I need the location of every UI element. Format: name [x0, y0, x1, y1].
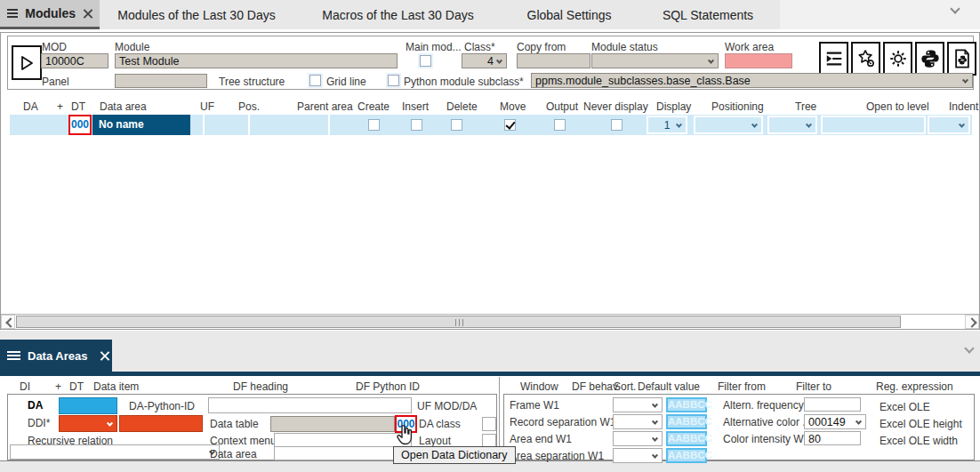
tab-global-settings[interactable]: Global Settings: [502, 0, 636, 29]
scroll-left-button[interactable]: [1, 315, 15, 329]
col-tree: Tree: [795, 100, 816, 113]
tab-modules[interactable]: Modules: [0, 0, 100, 29]
col-dt: DT: [71, 100, 85, 113]
scrollbar-thumb[interactable]: [16, 316, 901, 328]
main-mod-checkbox[interactable]: [420, 55, 431, 67]
record-separation-w1-label: Record separation W1: [510, 416, 615, 428]
work-area-field[interactable]: [725, 53, 792, 68]
copy-from-label: Copy from: [517, 41, 566, 53]
panel-input[interactable]: [115, 74, 207, 88]
record-separation-select[interactable]: [613, 414, 663, 429]
run-macro-list-button[interactable]: [819, 42, 848, 76]
tab-macros-last-30-days[interactable]: Macros of the Last 30 Days: [293, 0, 502, 29]
data-area-name-cell[interactable]: No name: [92, 115, 190, 135]
class-select[interactable]: 4: [462, 53, 507, 68]
main-mod-label: Main mod...: [406, 41, 462, 53]
alternative-color-select[interactable]: 000149: [804, 414, 866, 429]
grip: [459, 319, 460, 326]
excel-ole-width-label: Excel OLE width: [880, 435, 958, 447]
chevron-left-icon: [5, 317, 15, 327]
python-icon: [920, 49, 940, 68]
area-separation-select[interactable]: [613, 448, 663, 463]
close-tab-icon[interactable]: [100, 351, 109, 361]
data-area-input[interactable]: [274, 446, 412, 460]
area-end-select[interactable]: [613, 431, 663, 446]
scroll-right-button[interactable]: [965, 315, 979, 329]
insert-checkbox[interactable]: [411, 119, 422, 131]
color-intensity-input[interactable]: 80: [804, 431, 861, 445]
tab-modules-last-30-days[interactable]: Modules of the Last 30 Days: [100, 0, 293, 29]
context-menu-label: Context menu: [210, 435, 277, 447]
settings-button[interactable]: [883, 42, 912, 76]
menu-icon[interactable]: [7, 349, 20, 362]
python-subclass-select[interactable]: ppms.module_subclasses.base_class.Base: [531, 73, 973, 88]
area-separation-color-field[interactable]: AABBCC: [666, 448, 707, 463]
chevron-right-icon: [967, 317, 976, 327]
bcol-default-value: Default value: [638, 380, 700, 393]
python-subclass-checkbox[interactable]: [388, 75, 399, 86]
horizontal-scrollbar[interactable]: [1, 314, 979, 329]
chevron-down-icon: [107, 420, 113, 426]
module-name-input[interactable]: Test Module: [115, 53, 398, 68]
frame-w1-color-field[interactable]: AABBCC: [666, 397, 707, 412]
tab-data-areas[interactable]: Data Areas: [0, 340, 112, 372]
close-tab-icon[interactable]: [83, 9, 91, 19]
frame-w1-select[interactable]: [613, 397, 663, 412]
col-da: DA: [23, 100, 38, 113]
layout-label: Layout: [419, 435, 451, 447]
menu-icon[interactable]: [7, 7, 18, 20]
col-delete: Delete: [446, 100, 478, 113]
tab-data-areas-label: Data Areas: [28, 349, 87, 363]
altern-frequency-input[interactable]: [804, 397, 861, 412]
tree-select[interactable]: [767, 116, 817, 134]
data-area-row[interactable]: 000 No name 1: [10, 115, 972, 135]
tab-label: SQL Statements: [663, 8, 753, 22]
col-plus: +: [57, 100, 63, 113]
copy-from-input[interactable]: [517, 53, 590, 68]
python-file-button[interactable]: [947, 42, 976, 76]
col-move: Move: [500, 100, 526, 113]
record-separation-color-field[interactable]: AABBCC: [666, 414, 707, 429]
grid-line-checkbox[interactable]: [309, 75, 321, 86]
never-display-checkbox[interactable]: [611, 119, 623, 131]
ddi-select[interactable]: [59, 415, 117, 432]
chevron-down-icon: [962, 76, 968, 83]
output-checkbox[interactable]: [554, 119, 566, 131]
col-display: Display: [656, 100, 691, 113]
data-table-label: Data table: [210, 418, 259, 430]
da-class-input[interactable]: [482, 417, 496, 431]
data-table-input[interactable]: [270, 416, 395, 432]
bcol-plus: +: [55, 380, 61, 393]
col-pos: Pos.: [238, 100, 260, 113]
bcol-reg-expression: Reg. expression: [876, 380, 953, 393]
area-end-w1-label: Area end W1: [510, 433, 572, 445]
indent-select[interactable]: [928, 116, 970, 134]
python-subclass-label: Python module subclass*: [404, 76, 524, 88]
run-module-button[interactable]: [12, 45, 42, 80]
move-checkbox[interactable]: [504, 119, 516, 131]
module-status-select[interactable]: [591, 53, 719, 68]
col-never-display: Never display: [583, 100, 648, 113]
special-functions-button[interactable]: [851, 42, 880, 76]
ddi-field[interactable]: [119, 415, 203, 432]
positioning-select[interactable]: [694, 116, 763, 134]
da-label: DA: [28, 399, 43, 412]
delete-checkbox[interactable]: [451, 119, 462, 131]
dt-cell[interactable]: 000: [68, 115, 92, 135]
display-select[interactable]: 1: [647, 116, 687, 134]
mod-input[interactable]: 10000C: [41, 53, 108, 68]
recursive-relation-select[interactable]: [10, 444, 220, 460]
area-end-color-field[interactable]: AABBCC: [666, 431, 707, 446]
open-to-level-cell[interactable]: [821, 116, 926, 134]
frame-w1-label: Frame W1: [510, 399, 559, 412]
tab-sql-statements[interactable]: SQL Statements: [636, 0, 780, 29]
col-positioning: Positioning: [711, 100, 764, 113]
chevron-down-icon: [855, 418, 862, 424]
da-python-id-input[interactable]: [208, 397, 412, 413]
ddi-label: DDI*: [28, 417, 50, 429]
bottom-chevron-down-icon[interactable]: [964, 343, 974, 353]
area-separation-w1-label: Area separation W1: [510, 450, 604, 462]
create-checkbox[interactable]: [368, 119, 380, 131]
python-button[interactable]: [915, 42, 944, 76]
grip: [455, 319, 456, 326]
